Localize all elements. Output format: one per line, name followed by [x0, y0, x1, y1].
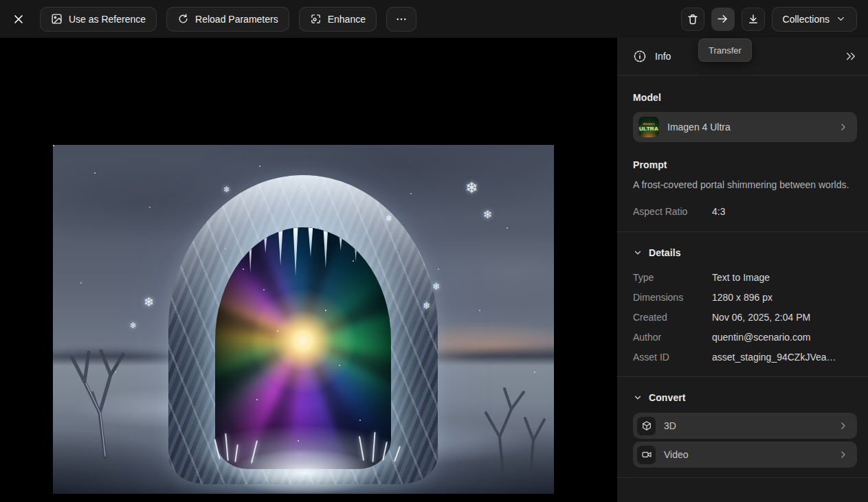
download-icon — [747, 13, 759, 25]
use-as-reference-button[interactable]: Use as Reference — [40, 7, 157, 32]
video-camera-icon — [637, 446, 656, 464]
detail-label: Author — [633, 332, 712, 343]
detail-label: Asset ID — [633, 352, 712, 363]
toolbar: Use as Reference Reload Parameters Enhan… — [0, 0, 868, 38]
tooltip-label: Transfer — [709, 45, 742, 56]
prompt-section-heading: Prompt — [633, 159, 857, 170]
image-canvas: ❄ ❄ ❄ ❄ ❄ ❄ ❄ ❄ — [0, 38, 617, 502]
detail-label: Created — [633, 312, 712, 323]
chevron-right-icon — [838, 449, 849, 460]
enhance-label: Enhance — [328, 14, 366, 25]
arrow-right-icon — [716, 12, 729, 25]
reload-parameters-label: Reload Parameters — [195, 14, 278, 25]
panel-title: Info — [655, 51, 671, 62]
info-icon — [633, 49, 647, 63]
snowflake-icon: ❄ — [432, 281, 441, 292]
detail-label: Type — [633, 272, 712, 283]
transfer-tooltip: Transfer — [698, 38, 752, 62]
info-panel: Info Model IMAGEN 4 ULTRA Imagen 4 Ultra… — [617, 38, 868, 502]
image-icon — [51, 13, 63, 25]
artwork-bare-tree-right — [462, 372, 551, 475]
snowflake-icon: ❄ — [465, 179, 478, 197]
details-section-toggle[interactable]: Details — [633, 247, 857, 258]
transfer-button[interactable] — [711, 8, 735, 31]
detail-row: Asset ID asset_staging_94CZkJVea… — [633, 352, 857, 363]
close-button[interactable] — [7, 8, 30, 31]
model-thumbnail: IMAGEN 4 ULTRA — [638, 117, 659, 137]
aspect-ratio-row: Aspect Ratio 4:3 — [633, 206, 857, 217]
detail-row: Dimensions 1280 x 896 px — [633, 292, 857, 303]
convert-video-row[interactable]: Video — [633, 442, 857, 468]
detail-value: Text to Image — [712, 272, 770, 283]
divider — [617, 477, 868, 478]
enhance-icon — [310, 13, 322, 25]
collections-label: Collections — [783, 14, 830, 25]
close-icon — [12, 12, 25, 26]
prompt-text: A frost-covered portal shimmering betwee… — [633, 178, 857, 192]
snowflake-icon: ❄ — [130, 321, 137, 330]
delete-button[interactable] — [681, 8, 704, 31]
details-section-heading: Details — [649, 247, 681, 258]
snowflake-icon: ❄ — [386, 214, 392, 223]
snowflake-icon: ❄ — [223, 185, 230, 194]
detail-row: Type Text to Image — [633, 272, 857, 283]
falling-snow — [53, 145, 54, 146]
convert-section-heading: Convert — [649, 392, 686, 403]
use-as-reference-label: Use as Reference — [69, 14, 146, 25]
snowflake-icon: ❄ — [423, 300, 431, 311]
snowflake-icon: ❄ — [144, 295, 154, 310]
chevron-down-icon — [633, 393, 643, 402]
ellipsis-icon — [395, 13, 408, 25]
generated-image: ❄ ❄ ❄ ❄ ❄ ❄ ❄ ❄ — [53, 145, 554, 494]
model-badge-line2: ULTRA — [639, 126, 658, 132]
trash-icon — [687, 13, 699, 25]
aspect-ratio-label: Aspect Ratio — [633, 206, 712, 217]
detail-value: 1280 x 896 px — [712, 292, 772, 303]
reload-icon — [177, 13, 189, 25]
snowflake-icon: ❄ — [483, 208, 492, 221]
detail-value: asset_staging_94CZkJVea… — [712, 352, 836, 363]
divider — [617, 376, 868, 377]
detail-label: Dimensions — [633, 292, 712, 303]
divider — [617, 231, 868, 232]
convert-label: Video — [664, 449, 689, 460]
collections-button[interactable]: Collections — [772, 7, 857, 32]
detail-value: Nov 06, 2025, 2:04 PM — [712, 312, 810, 323]
convert-3d-row[interactable]: 3D — [633, 413, 857, 439]
portal-base-glow — [190, 433, 417, 494]
download-button[interactable] — [742, 8, 765, 31]
cube-3d-icon — [637, 417, 656, 435]
more-options-button[interactable] — [386, 7, 416, 32]
reload-parameters-button[interactable]: Reload Parameters — [166, 7, 289, 32]
chevron-right-icon — [838, 420, 849, 431]
model-badge-line1: IMAGEN 4 — [643, 123, 655, 125]
convert-label: 3D — [664, 420, 676, 431]
enhance-button[interactable]: Enhance — [299, 7, 377, 32]
model-row[interactable]: IMAGEN 4 ULTRA Imagen 4 Ultra — [633, 112, 857, 142]
detail-value: quentin@scenario.com — [712, 332, 810, 343]
chevron-right-icon — [838, 122, 849, 133]
chevron-down-icon — [836, 14, 846, 24]
collapse-panel-button[interactable] — [845, 50, 857, 62]
model-section-heading: Model — [633, 92, 857, 103]
aspect-ratio-value: 4:3 — [712, 206, 725, 217]
detail-row: Author quentin@scenario.com — [633, 332, 857, 343]
convert-section-toggle[interactable]: Convert — [633, 392, 857, 403]
chevron-down-icon — [633, 248, 643, 258]
model-name: Imagen 4 Ultra — [667, 122, 731, 133]
detail-row: Created Nov 06, 2025, 2:04 PM — [633, 312, 857, 323]
